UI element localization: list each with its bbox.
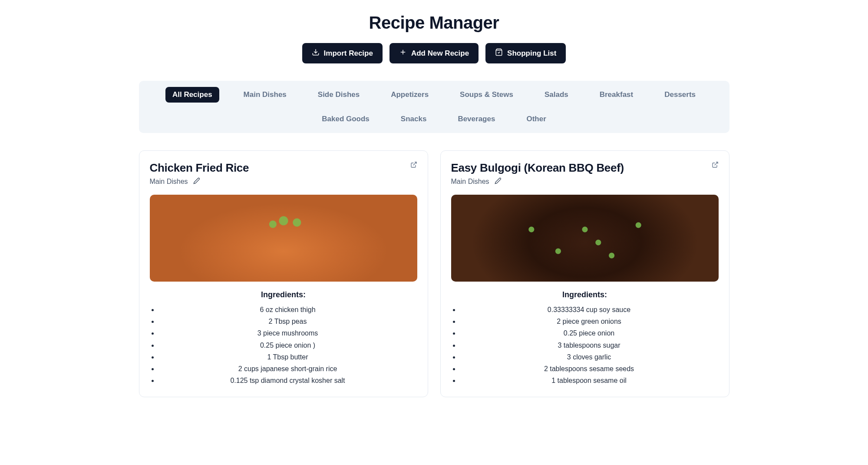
ingredient-item: 2 Tbsp peas bbox=[158, 316, 417, 327]
add-recipe-button[interactable]: Add New Recipe bbox=[389, 43, 479, 63]
add-recipe-label: Add New Recipe bbox=[411, 49, 469, 58]
page-title: Recipe Manager bbox=[139, 13, 729, 33]
recipe-card-header: Easy Bulgogi (Korean BBQ Beef) bbox=[451, 161, 719, 175]
tab-main-dishes[interactable]: Main Dishes bbox=[237, 87, 294, 103]
tab-baked-goods[interactable]: Baked Goods bbox=[315, 111, 376, 127]
shopping-list-label: Shopping List bbox=[507, 49, 556, 58]
tab-salads[interactable]: Salads bbox=[538, 87, 575, 103]
recipe-card: Easy Bulgogi (Korean BBQ Beef)Main Dishe… bbox=[440, 150, 729, 397]
shopping-bag-icon bbox=[495, 48, 503, 58]
tab-soups-stews[interactable]: Soups & Stews bbox=[453, 87, 520, 103]
tab-desserts[interactable]: Desserts bbox=[657, 87, 703, 103]
tab-other[interactable]: Other bbox=[519, 111, 553, 127]
recipe-title: Easy Bulgogi (Korean BBQ Beef) bbox=[451, 161, 624, 175]
ingredients-heading: Ingredients: bbox=[451, 290, 719, 299]
ingredient-item: 3 piece mushrooms bbox=[158, 327, 417, 339]
shopping-list-button[interactable]: Shopping List bbox=[485, 43, 566, 63]
ingredients-list: 0.33333334 cup soy sauce2 piece green on… bbox=[451, 304, 719, 386]
import-recipe-button[interactable]: Import Recipe bbox=[302, 43, 383, 63]
recipe-category-row: Main Dishes bbox=[150, 177, 417, 186]
svg-line-3 bbox=[413, 162, 416, 165]
ingredient-item: 0.125 tsp diamond crystal kosher salt bbox=[158, 375, 417, 386]
ingredient-item: 6 oz chicken thigh bbox=[158, 304, 417, 316]
ingredient-item: 0.33333334 cup soy sauce bbox=[460, 304, 719, 316]
tab-appetizers[interactable]: Appetizers bbox=[384, 87, 436, 103]
import-recipe-label: Import Recipe bbox=[324, 49, 373, 58]
toolbar: Import Recipe Add New Recipe Shopping Li… bbox=[139, 43, 729, 63]
recipe-category-link[interactable]: Main Dishes bbox=[451, 178, 489, 186]
svg-line-4 bbox=[714, 162, 717, 165]
recipe-image bbox=[451, 195, 719, 282]
tab-breakfast[interactable]: Breakfast bbox=[593, 87, 640, 103]
ingredient-item: 0.25 piece onion bbox=[460, 327, 719, 339]
ingredients-heading: Ingredients: bbox=[150, 290, 417, 299]
import-icon bbox=[312, 48, 320, 58]
tab-beverages[interactable]: Beverages bbox=[451, 111, 502, 127]
ingredients-list: 6 oz chicken thigh2 Tbsp peas3 piece mus… bbox=[150, 304, 417, 386]
recipe-card: Chicken Fried RiceMain DishesIngredients… bbox=[139, 150, 428, 397]
recipes-grid: Chicken Fried RiceMain DishesIngredients… bbox=[139, 150, 729, 397]
ingredient-item: 1 tablespoon sesame oil bbox=[460, 375, 719, 386]
tab-snacks[interactable]: Snacks bbox=[394, 111, 434, 127]
ingredient-item: 2 cups japanese short-grain rice bbox=[158, 363, 417, 375]
recipe-category-row: Main Dishes bbox=[451, 177, 719, 186]
tab-all-recipes[interactable]: All Recipes bbox=[165, 87, 219, 103]
ingredient-item: 3 cloves garlic bbox=[460, 351, 719, 363]
edit-icon[interactable] bbox=[495, 177, 502, 186]
external-link-icon[interactable] bbox=[410, 161, 417, 170]
ingredient-item: 2 piece green onions bbox=[460, 316, 719, 327]
ingredient-item: 3 tablespoons sugar bbox=[460, 339, 719, 351]
ingredient-item: 1 Tbsp butter bbox=[158, 351, 417, 363]
tab-side-dishes[interactable]: Side Dishes bbox=[311, 87, 366, 103]
recipe-card-header: Chicken Fried Rice bbox=[150, 161, 417, 175]
recipe-title: Chicken Fried Rice bbox=[150, 161, 249, 175]
edit-icon[interactable] bbox=[193, 177, 200, 186]
ingredient-item: 0.25 piece onion ) bbox=[158, 339, 417, 351]
external-link-icon[interactable] bbox=[712, 161, 719, 170]
recipe-image bbox=[150, 195, 417, 282]
recipe-category-link[interactable]: Main Dishes bbox=[150, 178, 188, 186]
category-tabs: All RecipesMain DishesSide DishesAppetiz… bbox=[139, 81, 729, 133]
ingredient-item: 2 tablespoons sesame seeds bbox=[460, 363, 719, 375]
plus-icon bbox=[399, 48, 407, 58]
